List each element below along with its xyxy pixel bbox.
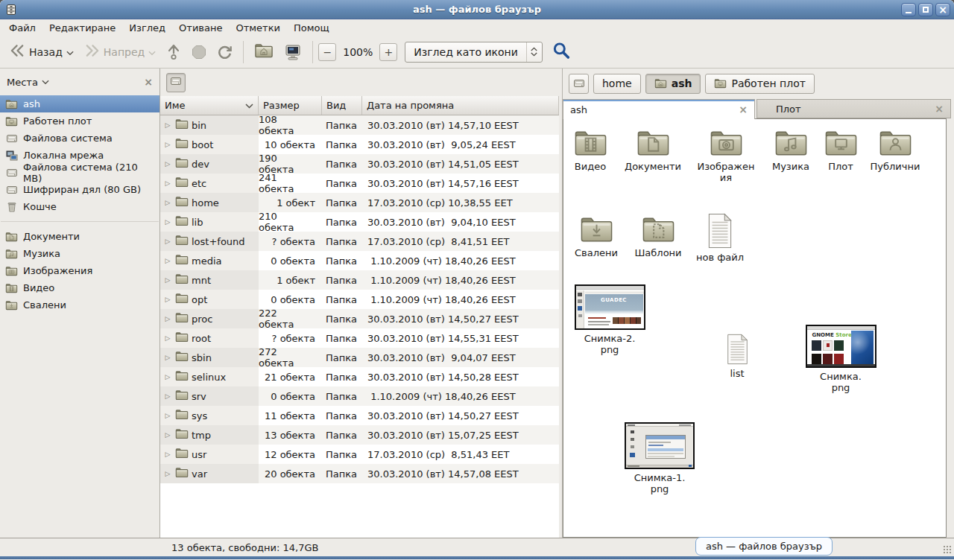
expander-icon[interactable]: ▷ [163,141,172,148]
icon-view-item-9[interactable]: GUADECСнимка-2.​png [574,284,645,355]
expander-icon[interactable]: ▷ [163,218,172,226]
zoom-out-button[interactable]: − [318,43,336,61]
table-row[interactable]: ▷lost+found? обектаПапка17.03.2010 (ср) … [160,232,559,251]
sidebar-item-2[interactable]: Файлова система [0,130,159,147]
sidebar-item-6[interactable]: Кошче [0,198,159,215]
expander-icon[interactable]: ▷ [163,296,172,303]
computer-button[interactable] [279,40,307,64]
expander-icon[interactable]: ▷ [163,238,172,245]
tab-close-icon[interactable]: × [929,103,944,115]
table-row[interactable]: ▷srv0 обектаПапка 1.10.2009 (чт) 18,40,2… [160,386,559,406]
icon-view-item-7[interactable]: Шаблони [622,214,694,258]
minimize-button[interactable] [901,3,916,16]
sidebar-item-11[interactable]: Видео [0,279,159,296]
sidebar-item-4[interactable]: Файлова система (210 MB) [0,164,159,181]
table-row[interactable]: ▷bin108 обектаПапка30.03.2010 (вт) 14,57… [160,115,559,135]
table-row[interactable]: ▷tmp13 обектаПапка30.03.2010 (вт) 15,07,… [160,425,559,445]
left-pathbar-root-button[interactable] [166,73,186,92]
icon-view-item-2[interactable]: Изображения [690,128,762,183]
expander-icon[interactable]: ▷ [163,257,172,264]
expander-icon[interactable]: ▷ [163,373,172,381]
table-row[interactable]: ▷root? обектаПапка30.03.2010 (вт) 14,55,… [160,328,559,348]
sidebar-item-1[interactable]: Работен плот [0,112,159,130]
zoom-in-button[interactable]: + [379,43,397,61]
expander-icon[interactable]: ▷ [163,199,172,206]
table-row[interactable]: ▷home1 обектПапка17.03.2010 (ср) 10,38,5… [160,193,559,212]
pathbar-button-0[interactable] [569,74,589,94]
table-row[interactable]: ▷opt0 обектаПапка 1.10.2009 (чт) 18,40,2… [160,290,559,309]
menu-item-5[interactable]: Помощ [287,21,336,35]
tab-0[interactable]: ash× [563,99,755,119]
table-row[interactable]: ▷usr12 обектаПапка17.03.2010 (ср) 8,51,4… [160,445,559,464]
sidebar-item-8[interactable]: Документи [0,228,159,245]
up-button[interactable] [161,40,186,63]
back-button[interactable]: Назад [4,41,79,63]
sidebar-item-9[interactable]: Музика [0,245,159,262]
stop-button[interactable] [186,42,212,63]
icon-view-item-12[interactable]: Снимка-1.​png [624,422,695,494]
maximize-button[interactable] [918,3,933,16]
table-row[interactable]: ▷sys11 обектаПапка30.03.2010 (вт) 14,50,… [160,406,559,425]
table-row[interactable]: ▷dev190 обектаПапка30.03.2010 (вт) 14,51… [160,154,559,174]
menu-item-3[interactable]: Отиване [172,21,229,35]
expander-icon[interactable]: ▷ [163,451,172,458]
expander-icon[interactable]: ▷ [163,276,172,284]
titlebar[interactable]: ash — файлов браузър × [0,0,954,19]
cell-modified: 30.03.2010 (вт) 9,04,10 EEST [362,212,559,232]
close-button[interactable]: × [935,3,950,16]
tab-1[interactable]: Плот× [756,99,951,118]
expander-icon[interactable]: ▷ [163,354,172,361]
pathbar-button-3[interactable]: Работен плот [705,74,814,94]
sidebar-item-12[interactable]: Свалени [0,296,159,314]
table-row[interactable]: ▷mnt1 обектПапка 1.10.2009 (чт) 18,40,26… [160,270,559,290]
forward-dropdown-icon[interactable] [148,46,156,58]
menu-item-1[interactable]: Редактиране [42,21,122,35]
table-row[interactable]: ▷media0 обектаПапка 1.10.2009 (чт) 18,40… [160,251,559,270]
icon-view-item-11[interactable]: GNOME StoreСнимка.​png [805,325,876,393]
search-button[interactable] [552,41,571,63]
expander-icon[interactable]: ▷ [163,179,172,187]
menu-item-0[interactable]: Файл [2,21,42,35]
pathbar-button-2[interactable]: ash [645,74,701,94]
icon-view-item-8[interactable]: нов файл [684,213,756,263]
reload-button[interactable] [212,41,238,63]
expander-icon[interactable]: ▷ [163,470,172,477]
icon-view-item-5[interactable]: Публични [859,128,931,172]
sidebar-item-10[interactable]: Изображения [0,262,159,279]
forward-button[interactable]: Напред [79,41,161,63]
expander-icon[interactable]: ▷ [163,334,172,342]
expander-icon[interactable]: ▷ [163,121,172,129]
column-header-3[interactable]: Дата на промяна [362,96,559,115]
table-row[interactable]: ▷lib210 обектаПапка30.03.2010 (вт) 9,04,… [160,212,559,232]
pathbar-button-1[interactable]: home [593,74,641,94]
icon-view[interactable]: ВидеоДокументиИзображенияМузикаПлотПубли… [563,118,947,538]
expander-icon[interactable]: ▷ [163,315,172,322]
icon-view-item-1[interactable]: Документи [617,128,689,172]
sidebar-item-0[interactable]: ash [0,95,159,112]
back-dropdown-icon[interactable] [66,46,74,58]
table-row[interactable]: ▷selinux21 обектаПапка30.03.2010 (вт) 14… [160,367,559,386]
expander-icon[interactable]: ▷ [163,392,172,400]
expander-icon[interactable]: ▷ [163,412,172,419]
menu-item-2[interactable]: Изглед [122,21,172,35]
column-header-0[interactable]: Име [160,96,259,115]
table-row[interactable]: ▷etc241 обектаПапка30.03.2010 (вт) 14,57… [160,174,559,193]
resize-grip[interactable] [943,545,953,555]
menu-item-4[interactable]: Отметки [229,21,286,35]
column-header-2[interactable]: Вид [322,96,362,115]
expander-icon[interactable]: ▷ [163,160,172,168]
view-mode-stepper-icon[interactable] [527,47,542,57]
column-header-1[interactable]: Размер [259,96,322,115]
icon-view-item-10[interactable]: list [701,334,773,379]
table-row[interactable]: ▷sbin272 обектаПапка30.03.2010 (вт) 9,04… [160,348,559,367]
tab-close-icon[interactable]: × [733,104,748,115]
expander-icon[interactable]: ▷ [163,431,172,439]
view-mode-select[interactable]: Изглед като икони [405,42,543,63]
sidebar-close-icon[interactable]: × [144,76,153,88]
table-row[interactable]: ▷var20 обектаПапка30.03.2010 (вт) 14,57,… [160,464,559,483]
table-row[interactable]: ▷boot10 обектаПапка30.03.2010 (вт) 9,05,… [160,135,559,154]
sidebar-item-5[interactable]: Шифриран дял (80 GB) [0,181,159,198]
table-row[interactable]: ▷proc222 обектаПапка30.03.2010 (вт) 14,5… [160,309,559,328]
home-button[interactable] [249,39,279,64]
sidebar-title[interactable]: Места [7,77,38,88]
